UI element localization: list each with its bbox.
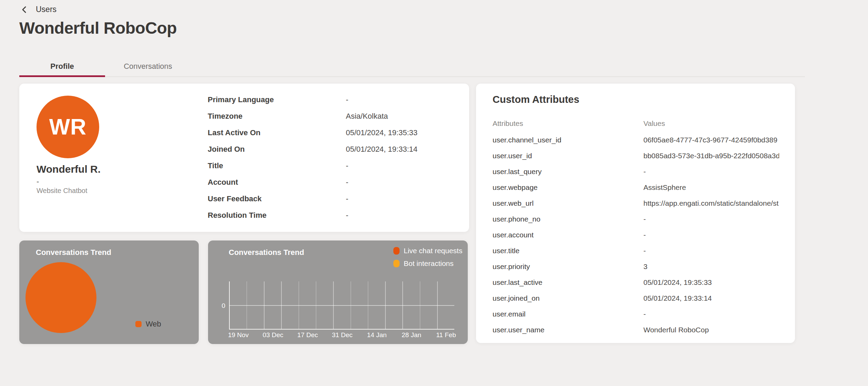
attribute-name: user.priority	[493, 262, 643, 271]
field-row: Resolution Time-	[208, 211, 456, 227]
attribute-name: user.joined_on	[493, 294, 643, 302]
attribute-name: user.user_id	[493, 152, 643, 160]
field-label: Last Active On	[208, 128, 346, 137]
chart-title: Conversations Trend	[36, 248, 111, 257]
attribute-row: user.webpageAssistSphere	[493, 183, 779, 199]
attribute-row: user.priority3	[493, 262, 779, 278]
avatar-initials: WR	[49, 114, 87, 140]
field-row: Title-	[208, 161, 456, 178]
profile-card: WR Wonderful R. - Website Chatbot Primar…	[19, 84, 469, 232]
x-tick-label: 28 Jan	[402, 331, 421, 339]
pie-legend: Web	[135, 320, 161, 329]
profile-name: Wonderful R.	[37, 163, 101, 175]
custom-attributes-card: Custom Attributes Attributes Values user…	[476, 84, 795, 343]
profile-fields: Primary Language-TimezoneAsia/KolkataLas…	[208, 95, 456, 227]
attribute-name: user.phone_no	[493, 215, 643, 223]
attribute-row: user.email-	[493, 310, 779, 326]
attribute-name: user.user_name	[493, 326, 643, 334]
attribute-row: user.web_urlhttps://app.engati.com/stati…	[493, 199, 779, 215]
field-value: 05/01/2024, 19:33:14	[346, 145, 417, 154]
attribute-name: user.title	[493, 247, 643, 255]
profile-subtitle: -	[37, 177, 39, 186]
field-label: Account	[208, 178, 346, 187]
tab-conversations[interactable]: Conversations	[105, 56, 191, 76]
field-label: Primary Language	[208, 95, 346, 104]
legend-item[interactable]: Bot interactions	[393, 259, 462, 268]
column-header-attributes: Attributes	[493, 119, 643, 128]
field-label: Joined On	[208, 145, 346, 154]
legend-swatch	[393, 247, 400, 255]
attribute-row: user.user_nameWonderful RoboCop	[493, 326, 779, 342]
attribute-row: user.account-	[493, 231, 779, 247]
legend-label: Bot interactions	[404, 259, 454, 268]
back-chevron-icon[interactable]	[20, 5, 29, 14]
custom-attributes-title: Custom Attributes	[493, 94, 579, 105]
attribute-value: https://app.engati.com/static/standalone…	[643, 199, 779, 207]
attribute-name: user.channel_user_id	[493, 136, 643, 144]
conversations-trend-pie-card: Conversations Trend Web	[19, 240, 199, 344]
field-row: User Feedback-	[208, 194, 456, 211]
field-value: 05/01/2024, 19:35:33	[346, 128, 417, 137]
x-tick-label: 14 Jan	[367, 331, 386, 339]
attribute-value: -	[643, 215, 779, 223]
attribute-row: user.phone_no-	[493, 215, 779, 231]
line-legend: Live chat requestsBot interactions	[393, 247, 462, 268]
attribute-name: user.email	[493, 310, 643, 318]
attribute-row: user.title-	[493, 247, 779, 262]
x-tick-label: 11 Feb	[436, 331, 456, 339]
x-tick-label: 03 Dec	[262, 331, 283, 339]
tab-bar: Profile Conversations	[19, 56, 805, 77]
field-value: -	[346, 95, 348, 104]
y-axis-zero-label: 0	[208, 302, 225, 310]
attribute-row: user.user_idbb085ad3-573e-31db-a95b-222f…	[493, 152, 779, 168]
field-value: -	[346, 194, 348, 203]
attribute-value: 3	[643, 262, 779, 271]
field-row: Last Active On05/01/2024, 19:35:33	[208, 128, 456, 145]
attributes-table-header: Attributes Values	[493, 119, 778, 128]
conversations-trend-line-card: Conversations Trend Live chat requestsBo…	[208, 240, 468, 344]
attribute-value: -	[643, 168, 779, 176]
attribute-name: user.last_query	[493, 168, 643, 176]
attribute-value: bb085ad3-573e-31db-a95b-222fd0508a3d	[643, 152, 779, 160]
legend-item[interactable]: Live chat requests	[393, 247, 462, 255]
field-value: -	[346, 161, 348, 170]
attribute-row: user.last_active05/01/2024, 19:35:33	[493, 278, 779, 294]
avatar: WR	[37, 96, 99, 158]
attribute-row: user.joined_on05/01/2024, 19:33:14	[493, 294, 779, 310]
pie-chart	[25, 262, 96, 333]
legend-item[interactable]: Web	[135, 320, 161, 329]
field-value: -	[346, 178, 348, 187]
x-tick-label: 17 Dec	[297, 331, 318, 339]
x-tick-label: 31 Dec	[332, 331, 352, 339]
attribute-name: user.web_url	[493, 199, 643, 207]
attribute-name: user.last_active	[493, 278, 643, 287]
legend-swatch	[393, 260, 400, 267]
field-row: Joined On05/01/2024, 19:33:14	[208, 145, 456, 161]
chart-title: Conversations Trend	[229, 248, 304, 257]
breadcrumb[interactable]: Users	[20, 5, 56, 14]
breadcrumb-users-label[interactable]: Users	[36, 5, 56, 14]
attributes-table-body: user.channel_user_id06f05ae8-4777-47c3-9…	[493, 136, 779, 342]
page-title: Wonderful RoboCop	[19, 19, 177, 37]
attribute-value: Wonderful RoboCop	[643, 326, 779, 334]
field-row: Primary Language-	[208, 95, 456, 112]
attribute-name: user.account	[493, 231, 643, 239]
attribute-value: -	[643, 231, 779, 239]
column-header-values: Values	[643, 119, 665, 128]
field-label: User Feedback	[208, 194, 346, 203]
attribute-row: user.last_query-	[493, 168, 779, 183]
attribute-value: -	[643, 310, 779, 318]
legend-label: Web	[146, 320, 161, 329]
legend-swatch	[135, 321, 142, 327]
attribute-value: 06f05ae8-4777-47c3-9677-42459f0bd389	[643, 136, 779, 144]
attribute-value: 05/01/2024, 19:33:14	[643, 294, 779, 302]
attribute-row: user.channel_user_id06f05ae8-4777-47c3-9…	[493, 136, 779, 152]
field-row: Account-	[208, 178, 456, 194]
attribute-value: 05/01/2024, 19:35:33	[643, 278, 779, 287]
zero-gridline	[229, 305, 454, 306]
tab-profile[interactable]: Profile	[19, 56, 105, 76]
legend-label: Live chat requests	[404, 247, 462, 255]
user-profile-page: Users Wonderful RoboCop Profile Conversa…	[0, 0, 868, 386]
field-value: -	[346, 211, 348, 220]
field-label: Resolution Time	[208, 211, 346, 220]
